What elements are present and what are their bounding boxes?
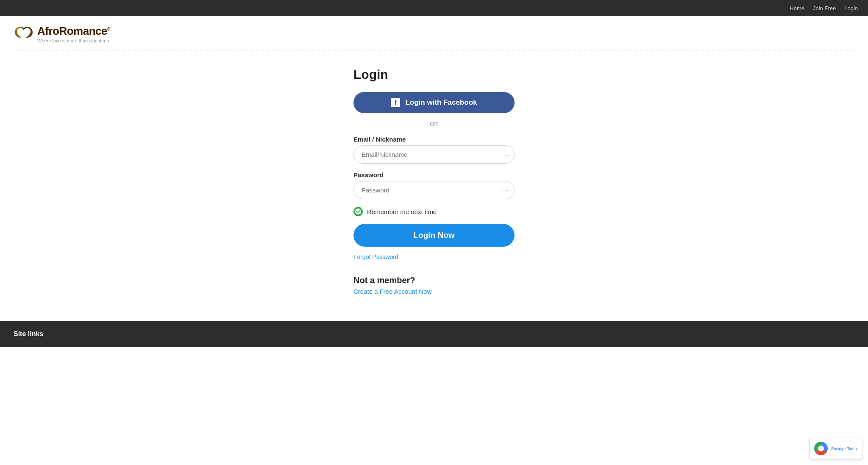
facebook-icon: f — [391, 98, 400, 107]
footer: Site links — [0, 321, 868, 347]
logo-area: AfroRomance® Where love is more than ski… — [14, 24, 854, 44]
password-field-group: Password ⋯ — [353, 171, 515, 199]
forgot-password-link[interactable]: Forgot Password — [353, 253, 515, 260]
email-label: Email / Nickname — [353, 136, 515, 143]
header: AfroRomance® Where love is more than ski… — [0, 16, 868, 50]
nav-home[interactable]: Home — [790, 5, 804, 11]
logo-brand: AfroRomance® — [37, 25, 110, 38]
login-now-button[interactable]: Login Now — [353, 224, 515, 247]
not-member-section: Not a member? Create a Free Account Now — [353, 276, 515, 295]
topbar-nav: Home Join Free Login — [790, 5, 858, 11]
recaptcha-badge: Privacy - Terms — [810, 438, 862, 459]
topbar: Home Join Free Login — [0, 0, 868, 16]
not-member-title: Not a member? — [353, 276, 515, 285]
or-line-left — [353, 124, 425, 124]
password-field-icon: ⋯ — [502, 186, 509, 194]
email-field-group: Email / Nickname ⋯ — [353, 136, 515, 164]
logo-tagline: Where love is more than skin deep — [37, 38, 110, 43]
email-input[interactable] — [353, 145, 515, 164]
recaptcha-terms-link[interactable]: Terms — [847, 446, 858, 451]
facebook-login-label: Login with Facebook — [405, 98, 477, 107]
login-container: Login f Login with Facebook OR Email / N… — [353, 67, 515, 295]
password-field-wrap: ⋯ — [353, 181, 515, 199]
or-text: OR — [430, 121, 438, 127]
nav-join-free[interactable]: Join Free — [813, 5, 836, 11]
login-title: Login — [353, 67, 515, 82]
email-field-wrap: ⋯ — [353, 145, 515, 164]
email-field-icon: ⋯ — [502, 150, 509, 159]
create-account-link[interactable]: Create a Free Account Now — [353, 288, 431, 295]
recaptcha-logo — [814, 442, 828, 455]
logo-icon — [14, 24, 34, 44]
nav-login[interactable]: Login — [844, 5, 858, 11]
logo-text-wrap: AfroRomance® Where love is more than ski… — [37, 25, 110, 43]
facebook-login-button[interactable]: f Login with Facebook — [353, 92, 515, 113]
recaptcha-privacy-link[interactable]: Privacy — [831, 446, 844, 451]
or-line-right — [443, 124, 515, 124]
checkmark-icon — [354, 207, 362, 216]
main-content: Login f Login with Facebook OR Email / N… — [0, 50, 868, 321]
password-input[interactable] — [353, 181, 515, 199]
password-label: Password — [353, 171, 515, 178]
remember-me-row: Remember me next time — [353, 207, 515, 216]
recaptcha-text: Privacy - Terms — [831, 446, 857, 451]
remember-me-checkbox[interactable] — [353, 207, 363, 216]
svg-point-2 — [355, 208, 362, 215]
remember-me-label: Remember me next time — [367, 208, 437, 215]
footer-site-links-title: Site links — [14, 330, 43, 337]
recaptcha-logo-inner — [818, 446, 824, 451]
or-divider: OR — [353, 121, 515, 127]
